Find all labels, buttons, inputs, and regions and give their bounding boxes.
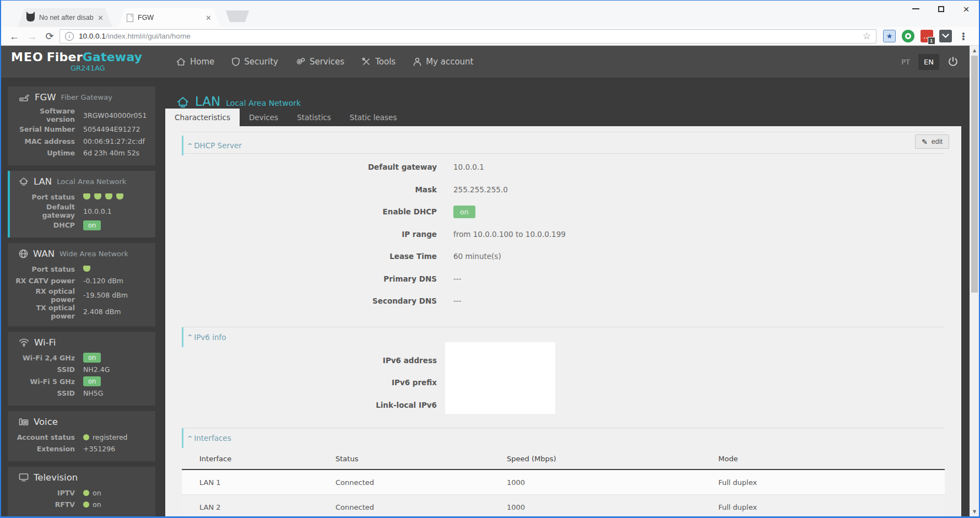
field-label: IPv6 prefix bbox=[182, 378, 437, 387]
sidebar-section-fgw[interactable]: FGW Fiber Gateway Software version 3RGW0… bbox=[8, 87, 155, 165]
lang-pt-button[interactable]: PT bbox=[901, 58, 910, 66]
sidebar-section-television[interactable]: Television IPTV on RFTV on bbox=[8, 467, 155, 517]
dhcp-on-badge: on bbox=[83, 220, 101, 230]
home-icon bbox=[176, 57, 186, 66]
section-title: Voice bbox=[34, 417, 58, 427]
chevron-up-icon: ^ bbox=[187, 333, 192, 341]
tab-devices[interactable]: Devices bbox=[240, 109, 288, 126]
section-title: FGW bbox=[35, 92, 56, 102]
scroll-down-arrow-icon[interactable]: ▼ bbox=[970, 509, 979, 514]
close-icon: × bbox=[963, 4, 969, 14]
red-dots-extension-icon[interactable]: ... 1 bbox=[921, 30, 933, 42]
info-row: Port status bbox=[13, 191, 150, 203]
field-value: --- bbox=[453, 296, 945, 305]
scroll-up-arrow-icon[interactable]: ▲ bbox=[970, 48, 979, 53]
section-subtitle: Local Area Network bbox=[57, 177, 126, 186]
scrollbar-thumb[interactable] bbox=[971, 56, 978, 293]
bookmarks-extension-icon[interactable]: ★ bbox=[883, 30, 896, 42]
row-label: Account status bbox=[13, 433, 75, 441]
address-bar[interactable]: i 10.0.0.1/index.html#/gui/lan/home ☆ bbox=[59, 29, 876, 44]
nav-home[interactable]: Home bbox=[176, 57, 214, 67]
info-row: Default gateway 10.0.0.1 bbox=[13, 203, 150, 219]
nav-tools[interactable]: Tools bbox=[362, 57, 396, 67]
info-icon[interactable]: i bbox=[65, 32, 74, 41]
edit-button[interactable]: ✎ edit bbox=[915, 134, 949, 149]
sidebar-section-voice[interactable]: Voice Account status registered Extensio… bbox=[8, 411, 155, 461]
tab-close-icon[interactable]: ✕ bbox=[98, 14, 104, 21]
form-row: Primary DNS --- bbox=[182, 268, 945, 290]
ethernet-port-icon bbox=[83, 266, 90, 272]
page-scrollbar[interactable]: ▲ ▼ bbox=[970, 46, 979, 516]
maximize-icon bbox=[938, 6, 944, 12]
table-row: LAN 2 Connected 1000 Full duplex bbox=[182, 495, 945, 516]
page-title: LAN bbox=[195, 94, 220, 109]
edit-label: edit bbox=[932, 138, 943, 145]
field-label: Mask bbox=[182, 185, 437, 194]
info-row: Serial Number 5054494E91272 bbox=[13, 123, 150, 136]
chrome-menu-icon[interactable]: ••• bbox=[958, 32, 969, 40]
ipv6-info-section-header[interactable]: ^ IPv6 info bbox=[182, 327, 945, 347]
info-row: Software version 3RGW040000r051 bbox=[13, 107, 150, 123]
section-title: LAN bbox=[34, 176, 52, 187]
row-value: NH5G bbox=[83, 389, 150, 397]
lan-house-icon bbox=[176, 96, 189, 109]
field-value: from 10.0.0.100 to 10.0.0.199 bbox=[453, 230, 945, 239]
status-dot bbox=[83, 490, 89, 496]
section-title: WAN bbox=[33, 249, 55, 259]
sidebar-section-lan[interactable]: LAN Local Area Network Port status Defau… bbox=[8, 171, 155, 238]
row-value: -19.508 dBm bbox=[83, 291, 150, 299]
cell-mode: Full duplex bbox=[718, 503, 945, 511]
row-label: Software version bbox=[13, 107, 75, 123]
row-label: MAC address bbox=[13, 137, 75, 145]
back-button[interactable]: ← bbox=[7, 31, 22, 41]
form-row: Default gateway 10.0.0.1 bbox=[182, 156, 945, 179]
row-label: Serial Number bbox=[13, 125, 75, 133]
info-row: TX optical power 2.408 dBm bbox=[13, 304, 150, 320]
new-tab-button[interactable] bbox=[226, 10, 249, 22]
browser-tab-2-active[interactable]: FGW ✕ bbox=[118, 8, 220, 27]
nav-security[interactable]: Security bbox=[232, 57, 278, 67]
status-dot bbox=[83, 434, 89, 440]
interfaces-section-header[interactable]: ^ Interfaces bbox=[182, 428, 945, 448]
url-host: 10.0.0.1 bbox=[79, 32, 106, 40]
router-icon bbox=[19, 93, 30, 102]
maximize-button[interactable] bbox=[928, 1, 954, 17]
field-label: IPv6 address bbox=[182, 356, 437, 365]
form-row: IPv6 address bbox=[182, 349, 945, 372]
form-row: IPv6 prefix bbox=[182, 371, 945, 394]
nav-label: My account bbox=[426, 57, 473, 67]
tab-static-leases[interactable]: Static leases bbox=[340, 109, 407, 126]
status-sidebar: FGW Fiber Gateway Software version 3RGW0… bbox=[1, 78, 165, 516]
info-row: Uptime 6d 23h 40m 52s bbox=[13, 147, 150, 159]
nav-services[interactable]: Services bbox=[296, 57, 344, 67]
dhcp-server-section-header[interactable]: ^ DHCP Server bbox=[182, 136, 242, 155]
dhcp-toggle-on[interactable]: on bbox=[453, 206, 475, 218]
tab-close-icon[interactable]: ✕ bbox=[205, 14, 212, 21]
col-header-speed: Speed (Mbps) bbox=[507, 455, 718, 463]
info-row: MAC address 00:06:91:27:2c:df bbox=[13, 136, 150, 148]
bookmark-star-icon[interactable]: ☆ bbox=[863, 30, 871, 42]
ipv6-form: IPv6 address IPv6 prefix Link-local IPv6 bbox=[182, 349, 945, 417]
forward-button[interactable]: → bbox=[24, 31, 40, 41]
refresh-button[interactable]: ⟳ bbox=[42, 31, 57, 41]
chevron-up-icon: ^ bbox=[187, 435, 192, 442]
minimize-button[interactable] bbox=[903, 1, 928, 17]
cell-mode: Full duplex bbox=[718, 478, 945, 487]
sidebar-section-wan[interactable]: WAN Wide Area Network Port status RX CAT… bbox=[8, 243, 155, 326]
lang-en-button[interactable]: EN bbox=[918, 54, 939, 70]
tab-characteristics[interactable]: Characteristics bbox=[165, 109, 240, 126]
sidebar-section-wifi[interactable]: Wi-Fi Wi-Fi 2,4 GHz on SSID NH2.4G Wi-Fi… bbox=[8, 332, 155, 406]
section-subtitle: Wide Area Network bbox=[59, 250, 128, 258]
form-row: Link-local IPv6 bbox=[182, 394, 945, 417]
wifi-icon bbox=[19, 338, 29, 347]
nav-my-account[interactable]: My account bbox=[413, 57, 473, 67]
product-gateway: Gateway bbox=[83, 50, 143, 64]
url-path: /index.html#/gui/lan/home bbox=[106, 32, 191, 40]
browser-tab-1[interactable]: No net after disabling DH ✕ bbox=[18, 8, 112, 27]
pocket-extension-icon[interactable] bbox=[939, 30, 952, 42]
close-button[interactable]: × bbox=[954, 1, 979, 17]
logout-power-icon[interactable] bbox=[947, 56, 959, 67]
form-row: Enable DHCP on bbox=[182, 201, 945, 223]
tab-statistics[interactable]: Statistics bbox=[288, 109, 340, 126]
green-extension-icon[interactable] bbox=[902, 30, 914, 42]
